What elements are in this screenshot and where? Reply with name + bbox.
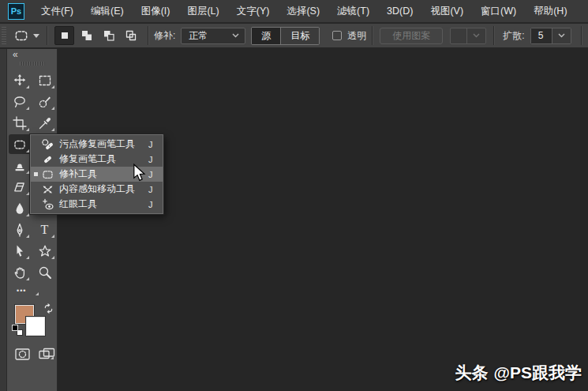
patch-tool-icon <box>13 28 29 43</box>
selection-mode-group <box>47 26 148 45</box>
quick-mask-button[interactable] <box>15 348 31 361</box>
transparent-checkbox[interactable] <box>332 31 342 40</box>
pen-tool[interactable] <box>9 220 31 239</box>
eyedropper-tool[interactable] <box>34 113 56 133</box>
flyout-indicator <box>51 235 54 238</box>
flyout-indicator <box>26 107 29 110</box>
menu-select[interactable]: 选择(S) <box>278 0 328 23</box>
flyout-item-spot-healing-brush[interactable]: 污点修复画笔工具 J <box>31 137 163 152</box>
custom-shape-star-icon <box>38 244 52 258</box>
lasso-tool[interactable] <box>9 92 31 111</box>
move-icon <box>13 73 27 88</box>
blur-droplet-icon <box>13 201 27 216</box>
chevron-down-icon <box>227 33 245 38</box>
collapse-panel-button[interactable]: « <box>13 49 18 60</box>
intersect-selection-button[interactable] <box>121 26 140 45</box>
subtract-from-selection-icon <box>103 29 115 42</box>
flyout-indicator <box>51 128 54 131</box>
selected-tool-bullet <box>34 172 38 176</box>
new-selection-button[interactable] <box>54 26 74 45</box>
eraser-icon <box>13 180 27 194</box>
patch-mode-select[interactable]: 正常 <box>181 28 245 44</box>
patch-label: 修补: <box>148 29 181 43</box>
source-button[interactable]: 源 <box>252 28 280 44</box>
eyedropper-icon <box>38 116 52 130</box>
quick-selection-tool[interactable] <box>34 92 56 111</box>
tool-preset-picker[interactable] <box>6 28 47 43</box>
zoom-tool[interactable] <box>34 262 56 282</box>
pattern-picker <box>450 28 486 44</box>
watermark-handle: @PS跟我学 <box>494 362 582 384</box>
flyout-indicator <box>26 277 29 280</box>
diffusion-select[interactable]: 5 <box>530 28 571 44</box>
add-to-selection-icon <box>81 29 93 42</box>
menu-help[interactable]: 帮助(H) <box>525 0 575 23</box>
chevron-down-icon <box>466 28 485 43</box>
photoshop-logo[interactable]: Ps <box>8 3 24 20</box>
use-pattern-button: 使用图案 <box>380 28 443 44</box>
swap-colors-icon[interactable] <box>43 303 54 314</box>
menu-image[interactable]: 图像(I) <box>133 0 179 23</box>
quick-mask-icon <box>15 348 31 361</box>
patch-tool[interactable] <box>9 134 31 154</box>
flyout-indicator <box>51 356 54 359</box>
menu-layer[interactable]: 图层(L) <box>178 0 227 23</box>
watermark: 头条 @PS跟我学 <box>455 362 582 384</box>
flyout-indicator <box>51 85 54 88</box>
hand-tool[interactable] <box>9 262 31 282</box>
flyout-indicator <box>26 171 29 174</box>
rectangular-marquee-tool[interactable] <box>34 70 56 90</box>
watermark-brand: 头条 <box>455 362 489 384</box>
new-selection-icon <box>58 29 71 42</box>
menu-edit[interactable]: 编辑(E) <box>82 0 133 23</box>
menu-filter[interactable]: 滤镜(T) <box>328 0 378 23</box>
intersect-selection-icon <box>125 29 137 42</box>
default-colors-icon[interactable] <box>12 325 23 336</box>
edit-toolbar-button[interactable]: ••• <box>17 287 40 297</box>
chevron-down-icon <box>552 28 571 43</box>
separator <box>372 26 373 45</box>
menu-type[interactable]: 文字(Y) <box>228 0 279 23</box>
patch-icon <box>13 137 27 152</box>
destination-button[interactable]: 目标 <box>280 28 319 44</box>
menu-3d[interactable]: 3D(D) <box>378 0 421 23</box>
menu-view[interactable]: 视图(V) <box>421 0 472 23</box>
screen-mode-button[interactable] <box>39 348 55 361</box>
eraser-tool[interactable] <box>9 177 31 197</box>
spot-healing-brush-icon <box>41 138 59 151</box>
ellipsis-icon: ••• <box>17 287 26 295</box>
source-destination-toggle: 源 目标 <box>251 27 320 45</box>
flyout-indicator <box>26 235 29 238</box>
color-swatches <box>13 303 54 340</box>
panel-grip[interactable] <box>20 62 45 66</box>
background-color-swatch[interactable] <box>26 317 45 336</box>
menu-window[interactable]: 窗口(W) <box>472 0 525 23</box>
blur-tool[interactable] <box>9 198 31 218</box>
menu-bar: Ps 文件(F) 编辑(E) 图像(I) 图层(L) 文字(Y) 选择(S) 滤… <box>0 0 588 23</box>
diffusion-label: 扩散: <box>494 29 530 43</box>
patch-mode-value: 正常 <box>182 29 227 43</box>
flyout-item-content-aware-move[interactable]: 内容感知移动工具 J <box>31 182 163 197</box>
separator <box>581 26 582 45</box>
path-selection-icon <box>13 244 27 258</box>
hand-icon <box>13 265 27 280</box>
chevron-down-icon <box>33 34 39 38</box>
custom-shape-tool[interactable] <box>34 241 56 261</box>
flyout-item-red-eye[interactable]: 红眼工具 J <box>31 197 163 212</box>
content-aware-move-icon <box>41 183 59 196</box>
subtract-from-selection-button[interactable] <box>99 26 118 45</box>
clone-stamp-tool[interactable] <box>9 156 31 175</box>
quick-selection-icon <box>38 95 52 109</box>
type-tool-icon: T <box>41 224 49 236</box>
flyout-indicator <box>51 256 54 259</box>
healing-brush-icon <box>41 153 59 166</box>
flyout-indicator <box>26 128 29 131</box>
horizontal-type-tool[interactable]: T <box>34 220 56 239</box>
path-selection-tool[interactable] <box>9 241 31 261</box>
crop-tool[interactable] <box>9 113 31 133</box>
add-to-selection-button[interactable] <box>77 26 96 45</box>
menu-file[interactable]: 文件(F) <box>32 0 82 23</box>
crop-icon <box>13 116 27 130</box>
move-tool[interactable] <box>9 70 31 90</box>
tool-panel: « <box>7 49 58 391</box>
